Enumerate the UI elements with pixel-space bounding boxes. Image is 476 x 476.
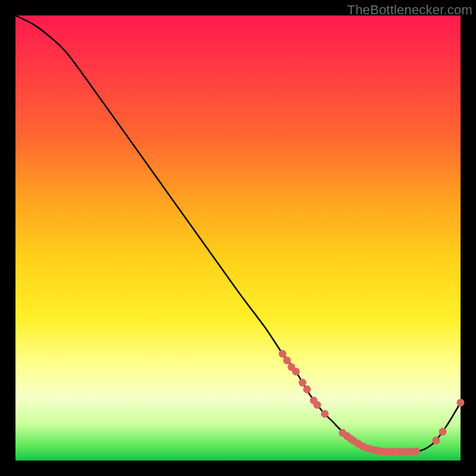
marker-point	[299, 379, 306, 387]
marker-point	[439, 428, 447, 436]
marker-point	[283, 356, 291, 364]
series-markers	[278, 350, 464, 456]
series-curve	[15, 15, 461, 452]
marker-point	[314, 401, 321, 409]
marker-point	[303, 386, 311, 393]
marker-point	[412, 447, 420, 455]
plot-area	[15, 15, 461, 461]
marker-point	[457, 399, 465, 406]
marker-point	[278, 350, 286, 358]
chart-stage: TheBottlenecker.com	[0, 0, 476, 476]
marker-point	[292, 368, 300, 375]
marker-point	[432, 437, 440, 444]
chart-svg	[15, 15, 461, 461]
marker-point	[321, 410, 328, 418]
